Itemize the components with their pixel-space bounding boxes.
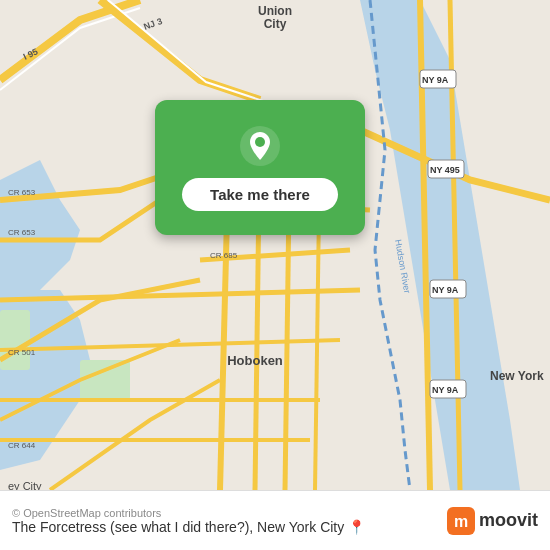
svg-rect-5 (80, 360, 130, 400)
moovit-icon: m (447, 507, 475, 535)
svg-point-39 (255, 137, 265, 147)
svg-text:CR 685: CR 685 (210, 251, 238, 260)
svg-text:CR 501: CR 501 (8, 348, 36, 357)
footer: © OpenStreetMap contributors The Forcetr… (0, 490, 550, 550)
location-name-text: The Forcetress (see what I did there?), … (12, 519, 344, 535)
location-title: The Forcetress (see what I did there?), … (12, 519, 365, 535)
moovit-brand-text: moovit (479, 510, 538, 531)
svg-text:CR 653: CR 653 (8, 188, 36, 197)
svg-text:CR 653: CR 653 (8, 228, 36, 237)
svg-text:New York: New York (490, 369, 544, 383)
copyright-text: © OpenStreetMap contributors (12, 507, 365, 519)
footer-pin-icon: 📍 (348, 519, 365, 535)
svg-text:NY 9A: NY 9A (432, 385, 459, 395)
map-container: I 95 NJ 3 CR 653 CR 653 CR 685 CR 501 CR… (0, 0, 550, 490)
map-background: I 95 NJ 3 CR 653 CR 653 CR 685 CR 501 CR… (0, 0, 550, 490)
navigation-card: Take me there (155, 100, 365, 235)
footer-info: © OpenStreetMap contributors The Forcetr… (12, 507, 365, 535)
svg-text:NY 9A: NY 9A (432, 285, 459, 295)
svg-text:NY 495: NY 495 (430, 165, 460, 175)
svg-text:Union: Union (258, 4, 292, 18)
svg-text:m: m (454, 513, 468, 530)
svg-text:NY 9A: NY 9A (422, 75, 449, 85)
svg-text:CR 644: CR 644 (8, 441, 36, 450)
moovit-logo: m moovit (447, 507, 538, 535)
take-me-there-button[interactable]: Take me there (182, 178, 338, 211)
svg-text:ey City: ey City (8, 480, 42, 490)
svg-text:Hoboken: Hoboken (227, 353, 283, 368)
svg-text:City: City (264, 17, 287, 31)
svg-rect-4 (0, 310, 30, 370)
location-pin-icon (238, 124, 282, 168)
